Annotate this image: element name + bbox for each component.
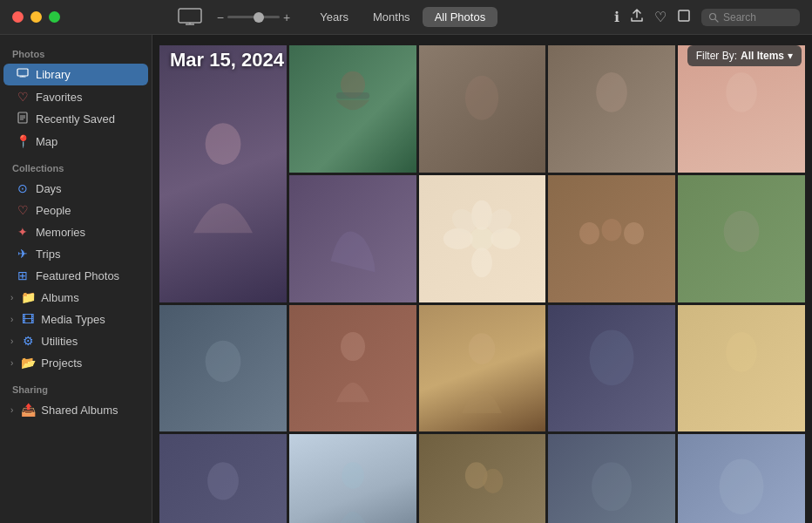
photo-cell[interactable] [678,305,805,432]
photo-cell[interactable] [289,175,416,302]
filter-button[interactable]: Filter By: All Items ▾ [687,45,802,66]
search-input[interactable] [723,11,793,24]
svg-point-16 [465,76,498,120]
filter-value: All Items [741,50,784,62]
svg-point-27 [602,219,622,241]
days-icon: ⊙ [16,181,30,195]
svg-point-39 [592,463,632,512]
favorite-icon[interactable]: ♡ [654,9,667,25]
close-button[interactable] [12,11,24,23]
sidebar-item-media-types[interactable]: › 🎞 Media Types [3,309,148,329]
photo-cell[interactable] [548,434,675,523]
svg-point-13 [205,123,240,165]
library-icon [177,7,203,28]
titlebar: − + Years Months All Photos ℹ ♡ [0,0,812,35]
photo-cell[interactable] [289,305,416,432]
sidebar-item-library[interactable]: Library [3,64,148,85]
photo-cell[interactable] [159,305,287,432]
photo-cell[interactable] [678,434,805,523]
sidebar-item-memories[interactable]: ✦ Memories [3,221,148,242]
sidebar-item-library-label: Library [36,68,71,81]
sidebar-item-projects[interactable]: › 📂 Projects [3,352,148,373]
albums-chevron-icon: › [10,293,13,302]
zoom-minus-icon[interactable]: − [217,10,224,24]
photo-cell[interactable] [548,45,675,173]
tab-all-photos[interactable]: All Photos [423,7,498,27]
sidebar-item-people[interactable]: ♡ People [3,200,148,221]
sidebar-item-favorites[interactable]: ♡ Favorites [3,86,148,107]
shared-albums-chevron-icon: › [10,405,13,415]
svg-point-21 [472,248,493,277]
svg-point-17 [596,72,627,112]
svg-point-33 [590,329,634,385]
sidebar-item-albums[interactable]: › 📁 Albums [3,287,148,308]
sidebar-item-utilities-label: Utilities [41,335,78,348]
projects-icon: 📂 [21,356,35,370]
svg-point-20 [472,200,493,229]
nav-tabs: Years Months All Photos [308,7,497,27]
sidebar-item-shared-albums-label: Shared Albums [41,404,118,417]
svg-point-22 [443,228,473,249]
sidebar-item-trips[interactable]: ✈ Trips [3,243,148,264]
svg-point-28 [624,222,644,245]
search-box[interactable] [701,9,800,26]
sidebar-item-featured-photos[interactable]: ⊞ Featured Photos [3,265,148,286]
tab-years[interactable]: Years [308,7,361,27]
sidebar-item-trips-label: Trips [36,248,60,261]
svg-point-23 [491,228,521,249]
zoom-plus-icon[interactable]: + [283,10,290,24]
photo-cell[interactable] [159,434,287,523]
svg-point-29 [724,210,760,252]
svg-point-40 [720,459,764,515]
sidebar-item-recently-saved[interactable]: Recently Saved [3,108,148,130]
svg-point-24 [448,204,481,237]
sidebar-section-collections: Collections [0,153,152,177]
utilities-icon: ⚙ [21,334,35,348]
tab-months[interactable]: Months [361,7,423,27]
info-icon[interactable]: ℹ [614,9,619,25]
albums-icon: 📁 [21,290,35,304]
sidebar-item-utilities[interactable]: › ⚙ Utilities [3,330,148,351]
sidebar-item-map[interactable]: 📍 Map [3,131,148,152]
photo-cell[interactable] [548,305,675,432]
photo-cell[interactable] [419,305,546,432]
sidebar-item-map-label: Map [36,135,58,148]
photo-grid-container[interactable]: Mar 15, 2024 Filter By: All Items ▾ [152,35,812,523]
svg-line-5 [715,18,718,21]
photo-cell[interactable] [678,175,805,302]
sidebar-item-shared-albums[interactable]: › 📤 Shared Albums [3,399,148,420]
svg-point-30 [205,340,240,382]
zoom-controls: − + [217,10,290,24]
svg-point-36 [342,463,364,490]
trips-icon: ✈ [16,247,30,261]
svg-point-35 [207,463,239,500]
photo-cell[interactable] [289,434,416,523]
sidebar-item-albums-label: Albums [41,291,78,304]
featured-photos-icon: ⊞ [16,268,30,282]
sidebar-item-projects-label: Projects [41,357,82,370]
svg-point-18 [726,72,757,112]
photo-cell[interactable] [289,45,416,173]
photo-cell[interactable] [548,175,675,302]
minimize-button[interactable] [30,11,42,23]
photo-cell[interactable] [419,175,546,302]
maximize-button[interactable] [49,11,60,23]
svg-point-25 [484,204,517,237]
photo-cell[interactable] [419,434,546,523]
photo-cell[interactable] [159,45,287,302]
zoom-slider[interactable] [227,16,280,18]
map-icon: 📍 [16,134,30,148]
svg-point-37 [465,463,488,490]
crop-icon[interactable] [677,9,691,26]
sidebar-item-favorites-label: Favorites [36,91,82,104]
memories-icon: ✦ [16,225,30,239]
date-label: Mar 15, 2024 [170,49,284,71]
sidebar-item-days-label: Days [36,182,62,195]
utilities-chevron-icon: › [10,336,13,346]
sidebar-item-days[interactable]: ⊙ Days [3,178,148,199]
sidebar-item-media-types-label: Media Types [41,313,105,326]
photo-cell[interactable] [419,45,546,173]
svg-point-19 [470,227,494,250]
main-content: Mar 15, 2024 Filter By: All Items ▾ [152,0,812,523]
share-icon[interactable] [630,9,644,26]
